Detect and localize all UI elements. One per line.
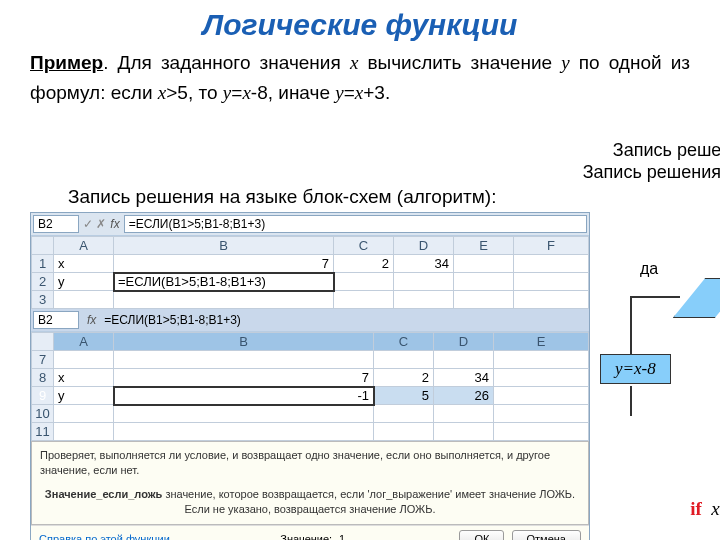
tooltip-footer: Справка по этой функции Значение: -1 ОК … <box>31 525 589 540</box>
cancel-button[interactable]: Отмена <box>512 530 581 540</box>
example-label: Пример <box>30 52 103 73</box>
table-row: 11 <box>32 423 589 441</box>
fx-label-2: fx <box>87 313 96 327</box>
process-box: y=x-8 <box>600 354 671 384</box>
name-box-2: B2 <box>33 311 79 329</box>
fx-label: fx <box>110 217 119 231</box>
formula-bar-2: B2 fx =ЕСЛИ(B1>5;B1-8;B1+3) <box>31 309 589 332</box>
table-row: 9 y -1 5 26 <box>32 387 589 405</box>
grid-2: A B C D E 7 8 x 7 2 34 9 y -1 5 26 10 11 <box>31 332 589 441</box>
flowchart-fragment: да y=x-8 <box>590 260 720 460</box>
table-row: 10 <box>32 405 589 423</box>
result-value: -1 <box>335 533 345 540</box>
tooltip-line1: Проверяет, выполняется ли условие, и воз… <box>40 448 580 479</box>
table-row: 1 x 7 2 34 <box>32 255 589 273</box>
grid-1: A B C D E F 1 x 7 2 34 2 y =ЕСЛИ(B1>5;B1… <box>31 236 589 309</box>
tooltip-bold: Значение_если_ложь <box>45 488 162 500</box>
code-fragment: if x>5 <box>690 498 720 520</box>
function-description: Проверяет, выполняется ли условие, и воз… <box>31 441 589 525</box>
formula-bar-1: B2 ✓ ✗ fx =ЕСЛИ(B1>5;B1-8;B1+3) <box>31 213 589 236</box>
formula-input-1: =ЕСЛИ(B1>5;B1-8;B1+3) <box>124 215 587 233</box>
note-line-1: Запись решения в эле <box>613 138 720 163</box>
table-row: 3 <box>32 291 589 309</box>
fx-icon: ✓ ✗ <box>83 217 106 231</box>
table-row: 8 x 7 2 34 <box>32 369 589 387</box>
algorithm-caption: Запись решения на языке блок-схем (алгор… <box>68 186 496 208</box>
spreadsheet-screenshot: B2 ✓ ✗ fx =ЕСЛИ(B1>5;B1-8;B1+3) A B C D … <box>30 212 590 540</box>
help-link[interactable]: Справка по этой функции <box>39 533 170 540</box>
yes-label: да <box>640 260 658 278</box>
if-keyword: if <box>690 498 702 519</box>
ok-button[interactable]: ОК <box>459 530 504 540</box>
decision-node <box>673 278 720 318</box>
result-label: Значение: <box>280 533 332 540</box>
table-row: 2 y =ЕСЛИ(B1>5;B1-8;B1+3) <box>32 273 589 291</box>
example-paragraph: Пример. Для заданного значения x вычисли… <box>0 42 720 109</box>
formula-input-2: =ЕСЛИ(B1>5;B1-8;B1+3) <box>100 312 587 328</box>
note-line-2: Запись решения на языке <box>583 162 720 183</box>
table-row: 7 <box>32 351 589 369</box>
name-box-1: B2 <box>33 215 79 233</box>
tooltip-line2: значение, которое возвращается, если 'ло… <box>162 488 575 515</box>
slide-title: Логические функции <box>0 0 720 42</box>
